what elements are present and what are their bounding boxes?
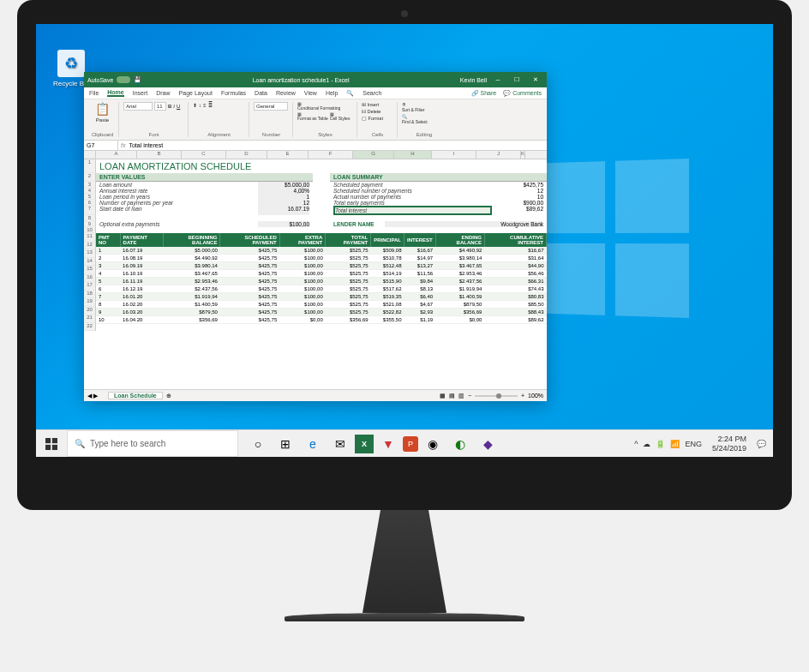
table-cell[interactable]: $100,00	[279, 309, 326, 316]
cortana-icon[interactable]: ○	[245, 431, 271, 457]
table-cell[interactable]: $517,62	[371, 285, 404, 293]
table-cell[interactable]: $4.490,92	[163, 255, 220, 262]
row-header[interactable]: 9	[84, 221, 96, 227]
table-cell[interactable]: 9	[96, 309, 120, 316]
table-cell[interactable]: $4,67	[404, 301, 436, 309]
table-cell[interactable]: $9,84	[404, 278, 436, 285]
table-row[interactable]: 816.02.20$1.400,59$425,75$100,00$525,75$…	[96, 301, 547, 309]
table-row[interactable]: 1016.04.20$356,69$425,75$0,00$356,69$355…	[96, 316, 547, 324]
tab-file[interactable]: File	[89, 90, 99, 96]
value-cell[interactable]: $100,00	[258, 221, 309, 227]
table-cell[interactable]: $425,75	[220, 285, 279, 293]
table-cell[interactable]: $100,00	[279, 270, 326, 278]
autosave-switch[interactable]	[117, 76, 130, 83]
column-header-c[interactable]: C	[182, 151, 226, 159]
column-headers[interactable]: ABCDEFGHIJK	[84, 151, 547, 159]
table-cell[interactable]: $525,75	[326, 293, 371, 301]
table-row[interactable]: 716.01.20$1.919,94$425,75$100,00$525,75$…	[96, 293, 547, 301]
table-cell[interactable]: $0,00	[279, 316, 326, 324]
row-header[interactable]: 22	[84, 323, 95, 332]
table-cell[interactable]: $521,08	[371, 301, 404, 309]
zoom-in-button[interactable]: +	[521, 393, 524, 399]
table-cell[interactable]: 16.11.19	[120, 278, 163, 285]
table-cell[interactable]: $515,90	[371, 278, 404, 285]
share-button[interactable]: 🔗 Share	[471, 90, 497, 97]
row-header[interactable]: 4	[84, 188, 96, 194]
table-cell[interactable]: $525,75	[326, 301, 371, 309]
column-header-j[interactable]: J	[476, 151, 521, 159]
table-cell[interactable]: $3.467,65	[163, 270, 220, 278]
table-cell[interactable]: $1.400,59	[435, 293, 484, 301]
row-header[interactable]: 15	[84, 266, 95, 274]
column-header-f[interactable]: F	[309, 151, 353, 159]
align-middle-icon[interactable]: ↕	[199, 103, 201, 108]
app-icon-circle[interactable]: ◉	[420, 431, 446, 457]
table-cell[interactable]: 8	[96, 301, 120, 309]
row-header[interactable]: 7	[84, 206, 96, 215]
table-header[interactable]: INTEREST	[404, 233, 436, 247]
value-cell[interactable]: $5.000,00	[258, 182, 309, 188]
table-row[interactable]: 916.03.20$879,50$425,75$100,00$525,75$52…	[96, 309, 547, 316]
table-cell[interactable]: $6,40	[404, 293, 436, 301]
table-cell[interactable]: 5	[96, 278, 120, 285]
tab-home[interactable]: Home	[107, 89, 123, 97]
save-icon[interactable]: 💾	[134, 76, 141, 83]
row-header[interactable]: 18	[84, 291, 95, 299]
table-cell[interactable]: $879,50	[435, 301, 484, 309]
table-cell[interactable]: $13,27	[404, 262, 436, 270]
row-header[interactable]: 5	[84, 194, 96, 200]
table-cell[interactable]: $525,75	[326, 309, 371, 316]
tab-formulas[interactable]: Formulas	[221, 90, 246, 96]
table-cell[interactable]: $510,78	[371, 255, 404, 262]
column-header-d[interactable]: D	[226, 151, 267, 159]
tab-data[interactable]: Data	[255, 90, 267, 96]
delete-cells-button[interactable]: ⊟ Delete	[362, 109, 381, 114]
table-row[interactable]: 116.07.19$5.000,00$425,75$100,00$525,75$…	[96, 247, 547, 255]
table-cell[interactable]: $1.919,94	[435, 285, 484, 293]
table-cell[interactable]: $88,43	[484, 309, 546, 316]
cell-styles-button[interactable]: ▦Cell Styles	[330, 112, 351, 121]
table-cell[interactable]: $425,75	[220, 293, 279, 301]
table-cell[interactable]: 16.12.19	[120, 285, 163, 293]
excel-titlebar[interactable]: AutoSave 💾 Loan amortization schedule1 -…	[84, 72, 547, 87]
start-button[interactable]	[36, 430, 67, 457]
comments-button[interactable]: 💬 Comments	[503, 90, 542, 97]
table-cell[interactable]: 16.01.20	[120, 293, 163, 301]
table-cell[interactable]: 7	[96, 293, 120, 301]
table-cell[interactable]: $1,19	[404, 316, 436, 324]
table-row[interactable]: 416.10.19$3.467,65$425,75$100,00$525,75$…	[96, 270, 547, 278]
table-cell[interactable]: 16.02.20	[120, 301, 163, 309]
tab-draw[interactable]: Draw	[156, 90, 170, 96]
table-cell[interactable]: $4.490,92	[435, 247, 484, 255]
ribbon-search[interactable]: Search	[363, 90, 381, 96]
table-cell[interactable]: $44,90	[484, 262, 546, 270]
table-cell[interactable]: $425,75	[220, 262, 279, 270]
notifications-icon[interactable]: 💬	[757, 440, 766, 448]
column-header-k[interactable]: K	[521, 151, 525, 159]
sort-filter-button[interactable]: ⚗Sort & Filter	[402, 102, 424, 112]
table-cell[interactable]: 3	[96, 262, 120, 270]
row-header[interactable]: 12	[84, 242, 95, 250]
table-header[interactable]: ENDING BALANCE	[435, 233, 484, 247]
table-cell[interactable]: $8,13	[404, 285, 436, 293]
table-cell[interactable]: $525,75	[326, 285, 371, 293]
table-cell[interactable]: $525,75	[326, 270, 371, 278]
format-as-table-button[interactable]: ▦Format as Table	[297, 112, 328, 121]
name-box[interactable]: G7	[84, 141, 118, 150]
row-header[interactable]: 17	[84, 282, 95, 291]
table-cell[interactable]: $356,69	[435, 309, 484, 316]
number-format-select[interactable]: General	[254, 102, 288, 111]
table-row[interactable]: 316.09.19$3.980,14$425,75$100,00$525,75$…	[96, 262, 547, 270]
table-cell[interactable]: $2,93	[404, 309, 436, 316]
table-cell[interactable]: $425,75	[220, 255, 279, 262]
table-cell[interactable]: $525,75	[326, 247, 371, 255]
table-cell[interactable]: 1	[96, 247, 120, 255]
table-cell[interactable]: $509,08	[371, 247, 404, 255]
table-cell[interactable]: $3.467,65	[435, 262, 484, 270]
row-header[interactable]: 21	[84, 315, 95, 323]
app-icon-green[interactable]: ◐	[447, 431, 473, 457]
table-cell[interactable]: $425,75	[220, 301, 279, 309]
app-icon-red[interactable]: ▼	[375, 431, 401, 457]
table-row[interactable]: 516.11.19$2.953,46$425,75$100,00$525,75$…	[96, 278, 547, 285]
table-cell[interactable]: $2.953,46	[435, 270, 484, 278]
